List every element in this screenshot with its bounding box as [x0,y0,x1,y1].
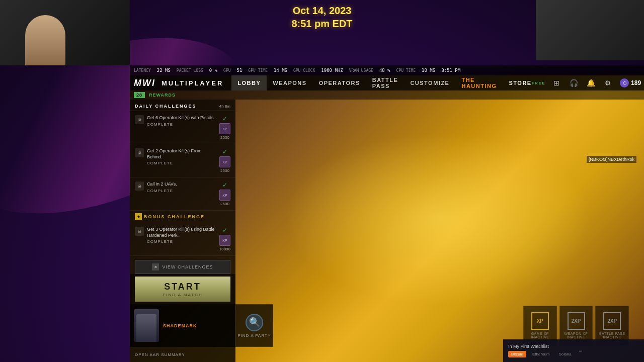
view-challenges-x-icon: × [152,263,159,270]
view-challenges-label: VIEW CHALLENGES [162,264,213,269]
challenges-title: DAILY CHALLENGES [135,104,197,109]
bonus-header: ★ BONUS CHALLENGE [130,211,235,223]
currency-cod-points: ⬡ 189 [620,78,641,87]
view-challenges-button[interactable]: × VIEW CHALLENGES [135,260,230,274]
gpu-label: GPU [223,68,230,73]
nav-item-customize[interactable]: CUSTOMIZE [404,75,455,90]
grid-icon[interactable]: ⊞ [551,78,561,88]
operator-name: SHADEMARK [163,323,231,328]
notif-tab-solana[interactable]: Solana [556,351,575,357]
gpu-time-label: GPU TIME [248,68,268,73]
operator-figure [136,314,156,342]
nav-item-weapons[interactable]: WEAPONS [267,75,312,90]
challenge-reward-icon-1: XP [219,123,230,134]
challenge-check-3: ✓ [222,182,227,189]
operator-avatar [134,309,159,342]
challenge-skull-icon-1: ☠ [135,115,144,124]
nav-title: MULTIPLAYER [162,79,223,87]
game-xp-badge: XP [531,312,549,330]
bonus-challenge-item: ☠ Get 3 Operator Kill(s) using Battle Ha… [130,223,235,256]
latency-label: LATENCY [134,68,151,73]
bonus-reward-icon: XP [219,235,230,246]
webcam-feed-left [0,0,130,65]
challenge-reward-icon-2: XP [219,156,230,167]
clock-value: 8:51 PM [441,68,460,73]
gpu-time-value: 14 MS [274,68,287,73]
start-section: START FIND A MATCH [130,274,235,304]
latency-value: 22 MS [157,68,171,73]
notification-tabs: Bitcoin Ethereum Solana [508,351,575,357]
nav-item-lobby[interactable]: LOBBY [231,75,267,90]
nav-item-battlepass[interactable]: BATTLE PASS [366,75,405,90]
bonus-skull-icon: ☠ [135,227,144,236]
bonus-challenge-status: COMPLETE [147,239,216,244]
challenge-points-3: 2500 [220,202,229,206]
operator-section: SHADEMARK [130,304,235,347]
bonus-star-icon: ★ [135,213,142,220]
nav-right-icons: ⊞ 🎧 🔔 ⚙ ⬡ 189 ★ 5 [551,78,644,88]
challenge-item-1: ☠ Get 6 Operator Kill(s) with Pistols. C… [130,111,235,144]
nav-item-haunting[interactable]: THE HAUNTING [455,75,503,90]
game-logo: MWI [134,78,155,88]
bp-xp-badge: 2XP [603,312,621,330]
bell-icon[interactable]: 🔔 [586,78,596,88]
bonus-points: 10000 [219,247,230,251]
challenge-skull-icon-2: ☠ [135,148,144,157]
start-sublabel: FIND A MATCH [163,293,202,297]
challenge-points-2: 2500 [220,168,229,173]
vram-value: 48 % [379,68,390,73]
cod-points-icon: ⬡ [620,78,629,87]
packet-loss-value: 0 % [209,68,217,73]
rewards-bar: 28 REWARDS [130,90,644,100]
bp-xp-status: BATTLE PASS INACTIVE [596,332,628,339]
notification-close-button[interactable]: − [579,347,582,354]
challenges-header: DAILY CHALLENGES 4h 8m [130,100,235,111]
challenge-text-3: Call in 2 UAVs. [147,182,216,188]
gpu-value: 51 [237,68,243,73]
challenge-check-2: ✓ [222,148,227,155]
challenges-timer: 4h 8m [219,104,230,109]
settings-icon[interactable]: ⚙ [603,78,613,88]
challenge-text-2: Get 2 Operator Kill(s) From Behind. [147,148,216,160]
weapon-xp-badge: 2XP [568,312,585,330]
notification-title: In My First Watchlist [508,344,575,349]
aar-button[interactable]: OPEN AAR SUMMARY [135,352,185,357]
find-party-icon: 🔍 [246,314,263,331]
start-label: START [164,282,201,292]
bonus-check: ✓ [222,227,227,234]
gun-highlight [284,133,593,305]
challenge-text-1: Get 6 Operator Kill(s) with Pistols. [147,115,216,121]
find-party-label: FIND A PARTY [238,333,271,338]
username-text: [NBKOG]NBXDethRok [589,157,634,162]
system-stats-bar: LATENCY 22 MS PACKET LOSS 0 % GPU 51 GPU… [130,65,644,75]
notif-tab-ethereum[interactable]: Ethereum [529,351,553,357]
start-button[interactable]: START FIND A MATCH [135,277,230,302]
bottom-bar: OPEN AAR SUMMARY [130,347,235,362]
rewards-label: REWARDS [149,93,176,98]
cpu-value: 10 MS [422,68,435,73]
bonus-title: BONUS CHALLENGE [144,214,205,219]
rewards-count: 28 [134,92,145,98]
packet-loss-label: PACKET LOSS [177,68,203,73]
weapon-xp-status: WEAPON XP INACTIVE [560,332,593,339]
challenge-item-2: ☠ Get 2 Operator Kill(s) From Behind. CO… [130,144,235,177]
challenge-check-1: ✓ [222,115,227,122]
username-overlay: [NBKOG]NBXDethRok [587,156,636,163]
challenge-skull-icon-3: ☠ [135,182,144,191]
bonus-challenge-text: Get 3 Operator Kill(s) using Battle Hard… [147,227,216,238]
challenge-reward-icon-3: XP [219,190,230,201]
notif-tab-bitcoin[interactable]: Bitcoin [508,351,526,357]
game-xp-status: GAME XP INACTIVE [524,332,556,339]
challenge-points-1: 2500 [220,135,229,140]
nav-item-operators[interactable]: OPERATORS [313,75,366,90]
headset-icon[interactable]: 🎧 [569,78,579,88]
cpu-label: CPU TIME [396,68,416,73]
find-party-button[interactable]: 🔍 FIND A PARTY [235,304,273,347]
gpu-clock-label: GPU CLOCK [293,68,315,73]
webcam-feed-right [536,0,644,60]
gpu-clock-value: 1960 MHZ [321,68,343,73]
datetime-display: Oct 14, 2023 8:51 pm EDT [291,4,352,30]
notification-panel: In My First Watchlist Bitcoin Ethereum S… [503,339,644,362]
time-text: 8:51 pm EDT [291,17,352,30]
nav-item-store[interactable]: STORE FREE [503,75,552,90]
